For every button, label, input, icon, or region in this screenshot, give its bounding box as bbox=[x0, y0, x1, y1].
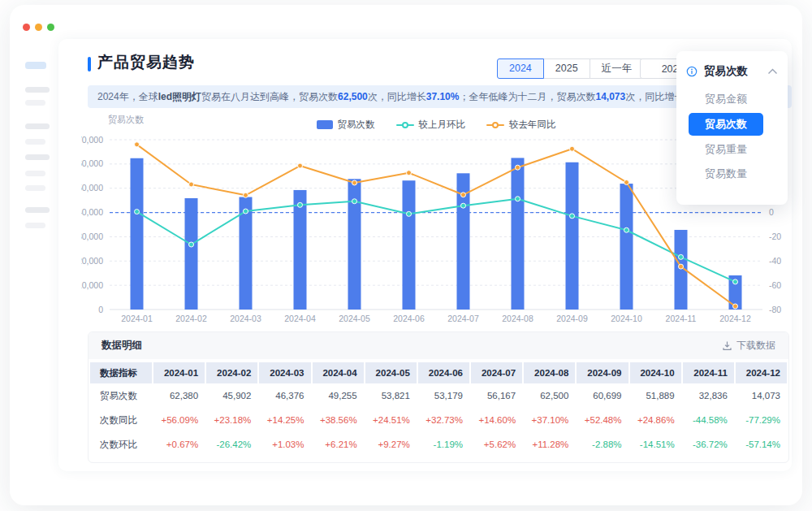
metric-option-2[interactable]: 贸易重量 bbox=[676, 137, 788, 162]
table-column-header: 2024-08 bbox=[524, 362, 575, 383]
svg-text:0: 0 bbox=[98, 305, 103, 314]
chevron-up-icon[interactable] bbox=[767, 68, 778, 75]
close-button[interactable] bbox=[23, 24, 30, 31]
metric-option-list: 贸易金额贸易次数贸易重量贸易数量 bbox=[676, 87, 788, 186]
svg-text:60,000: 60,000 bbox=[81, 158, 103, 168]
sidebar-skeleton-item bbox=[25, 185, 45, 191]
svg-text:-20: -20 bbox=[769, 232, 781, 241]
sidebar-item-active[interactable] bbox=[25, 62, 46, 69]
summary-segment: ；全年低峰为十二月，贸易次数 bbox=[459, 91, 595, 102]
period-tab-1[interactable]: 2025 bbox=[543, 58, 590, 79]
download-label: 下载数据 bbox=[736, 339, 775, 353]
table-row-label: 次数同比 bbox=[90, 408, 152, 432]
metric-dropdown-header[interactable]: 贸易次数 bbox=[676, 51, 788, 87]
minimize-button[interactable] bbox=[35, 24, 42, 31]
svg-text:2024-07: 2024-07 bbox=[447, 314, 479, 323]
svg-text:10,000: 10,000 bbox=[81, 280, 103, 290]
table-cell: 14,073 bbox=[736, 383, 787, 408]
table-cell: +5.62% bbox=[471, 432, 522, 457]
summary-segment: 62,500 bbox=[338, 91, 368, 102]
table-column-header: 2024-10 bbox=[630, 362, 681, 383]
table-cell: -26.42% bbox=[206, 432, 257, 457]
summary-segment: 2024年，全球 bbox=[97, 91, 158, 102]
svg-text:2024-11: 2024-11 bbox=[666, 314, 697, 323]
info-icon bbox=[686, 66, 698, 77]
period-tab-0[interactable]: 2024 bbox=[497, 58, 544, 79]
table-cell: +37.10% bbox=[524, 408, 575, 432]
table-header-strip: 数据明细 下载数据 bbox=[89, 332, 788, 359]
title-accent-bar bbox=[88, 57, 91, 71]
table-cell: +14.60% bbox=[471, 408, 522, 432]
data-table: 数据指标2024-012024-022024-032024-042024-052… bbox=[89, 359, 788, 457]
period-tab-group: 20242025近一年 bbox=[497, 58, 644, 79]
table-column-header: 2024-04 bbox=[313, 362, 364, 383]
table-cell: 60,699 bbox=[577, 383, 628, 408]
table-row-label: 次数环比 bbox=[90, 432, 152, 457]
download-data-button[interactable]: 下载数据 bbox=[722, 339, 775, 353]
table-cell: +0.67% bbox=[153, 432, 205, 457]
svg-text:2024-04: 2024-04 bbox=[284, 314, 316, 323]
table-column-header: 2024-01 bbox=[153, 362, 205, 383]
summary-segment: 37.10% bbox=[426, 91, 460, 102]
svg-text:2024-08: 2024-08 bbox=[502, 314, 533, 323]
sidebar-skeleton-item bbox=[25, 171, 45, 176]
table-cell: 53,821 bbox=[365, 383, 417, 408]
svg-text:2024-10: 2024-10 bbox=[611, 314, 642, 323]
table-column-header: 2024-06 bbox=[418, 362, 469, 383]
svg-text:-60: -60 bbox=[769, 280, 781, 290]
table-cell: -14.51% bbox=[630, 432, 681, 457]
sidebar-skeleton-item bbox=[25, 87, 50, 93]
table-cell: +24.86% bbox=[630, 408, 681, 432]
svg-text:30,000: 30,000 bbox=[81, 232, 103, 241]
svg-text:40,000: 40,000 bbox=[81, 207, 103, 217]
svg-text:0: 0 bbox=[769, 207, 774, 217]
summary-segment: 次，同比增长 bbox=[368, 91, 426, 102]
svg-text:20,000: 20,000 bbox=[81, 256, 103, 266]
table-cell: -36.72% bbox=[683, 432, 734, 457]
svg-text:2024-03: 2024-03 bbox=[230, 314, 261, 323]
metric-option-0[interactable]: 贸易金额 bbox=[676, 87, 788, 111]
table-cell: 49,255 bbox=[313, 383, 364, 408]
table-cell: -2.88% bbox=[577, 432, 628, 457]
table-cell: +24.51% bbox=[365, 408, 417, 432]
table-cell: 62,380 bbox=[153, 383, 205, 408]
table-cell: +23.18% bbox=[206, 408, 257, 432]
table-cell: +14.25% bbox=[259, 408, 310, 432]
table-cell: 62,500 bbox=[524, 383, 575, 408]
svg-text:-40: -40 bbox=[769, 256, 781, 266]
svg-text:2024-09: 2024-09 bbox=[556, 314, 588, 323]
table-cell: +52.48% bbox=[577, 408, 628, 432]
table-column-header: 2024-09 bbox=[577, 362, 628, 383]
metric-option-3[interactable]: 贸易数量 bbox=[676, 162, 788, 186]
table-title: 数据明细 bbox=[102, 339, 142, 353]
table-cell: -44.58% bbox=[683, 408, 734, 432]
table-column-header: 2024-02 bbox=[206, 362, 257, 383]
table-cell: 53,179 bbox=[418, 383, 469, 408]
download-icon bbox=[722, 340, 732, 351]
table-cell: 45,902 bbox=[206, 383, 257, 408]
table-column-header: 数据指标 bbox=[90, 362, 152, 383]
svg-text:70,000: 70,000 bbox=[81, 135, 103, 145]
period-tab-2[interactable]: 近一年 bbox=[590, 58, 645, 79]
sidebar-skeleton-item bbox=[25, 207, 50, 213]
maximize-button[interactable] bbox=[47, 24, 54, 31]
sidebar-skeleton-item bbox=[25, 123, 50, 129]
table-cell: +32.73% bbox=[418, 408, 469, 432]
summary-segment: 贸易在八月达到高峰，贸易次数 bbox=[201, 91, 338, 102]
svg-text:2024-12: 2024-12 bbox=[719, 314, 751, 323]
table-row-label: 贸易次数 bbox=[90, 383, 152, 408]
table-column-header: 2024-12 bbox=[736, 362, 787, 383]
svg-text:2024-05: 2024-05 bbox=[339, 314, 370, 323]
sidebar-skeleton-item bbox=[25, 139, 45, 145]
metric-option-1-selected[interactable]: 贸易次数 bbox=[689, 113, 763, 136]
table-column-header: 2024-03 bbox=[259, 362, 310, 383]
summary-segment: led照明灯 bbox=[158, 91, 201, 102]
table-cell: 56,167 bbox=[471, 383, 522, 408]
summary-segment: 14,073 bbox=[595, 91, 625, 102]
table-cell: +56.09% bbox=[153, 408, 205, 432]
table-cell: 51,889 bbox=[630, 383, 681, 408]
svg-text:2024-01: 2024-01 bbox=[121, 314, 153, 323]
table-cell: -1.19% bbox=[418, 432, 469, 457]
svg-text:2024-02: 2024-02 bbox=[175, 314, 207, 323]
table-cell: +6.21% bbox=[313, 432, 364, 457]
